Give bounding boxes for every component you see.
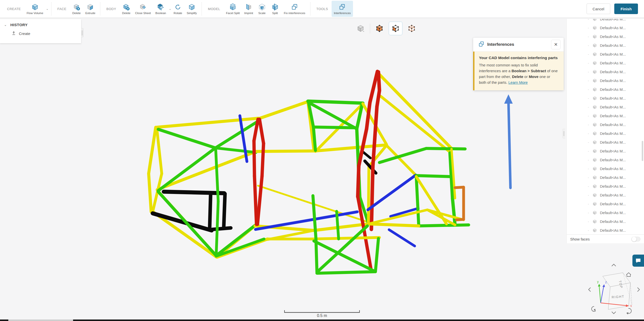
chat-bubble-icon [635,258,641,264]
learn-more-link[interactable]: Learn More [508,80,528,85]
close-sheet-button[interactable]: Close Sheet [133,1,153,17]
tree-row[interactable]: -Default<As M... [567,19,644,23]
tree-row[interactable]: -Default<As M... [567,226,644,234]
tree-row[interactable]: -Default<As M... [567,67,644,76]
flow-volume-dropdown-chevron[interactable]: ⌄ [46,7,49,11]
tree-item-label: Default<As M... [600,228,626,232]
scale-bar: 0.5 m [284,310,360,318]
tree-row[interactable]: -Default<As M... [567,59,644,67]
imprint-button[interactable]: Imprint [242,1,255,17]
tree-expander: - [588,52,592,56]
rotate-button[interactable]: Rotate [171,1,184,17]
history-collapse-chevron[interactable]: ⌄ [4,23,7,27]
history-item-create[interactable]: Create [12,31,77,36]
tree-row[interactable]: -Default<As M... [567,76,644,85]
tree-row[interactable]: -Default<As M... [567,147,644,155]
tree-row[interactable]: -Default<As M... [567,85,644,94]
tree-item-label: Default<As M... [600,70,626,74]
scene-tree-list: -Default<As M...-Default<As M...-Default… [567,19,644,234]
close-icon[interactable]: ✕ [551,40,561,49]
tree-expander: - [588,228,592,232]
tree-item-label: Default<As M... [600,158,626,162]
boolean-dropdown-chevron[interactable]: ⌄ [169,7,171,11]
fix-interferences-button[interactable]: Fix interferences [282,1,308,17]
finish-button[interactable]: Finish [614,4,638,14]
tree-row[interactable]: -Default<As M... [567,23,644,32]
tree-expander: - [588,193,592,197]
facet-split-button[interactable]: Facet Split [224,1,242,17]
tree-row[interactable]: -Default<As M... [567,208,644,217]
history-panel-grip[interactable] [81,28,83,37]
tree-item-label: Default<As M... [600,149,626,153]
tree-item-label: Default<As M... [600,140,626,144]
simplify-button[interactable]: Simplify [184,1,199,17]
tree-row[interactable]: -Default<As M... [567,41,644,50]
axis-z-label: z [605,280,607,284]
tree-expander: - [588,79,592,83]
tree-expander: - [588,61,592,65]
tree-row[interactable]: -Default<As M... [567,191,644,199]
split-button[interactable]: Split [269,1,282,17]
tree-row[interactable]: -Default<As M... [567,182,644,191]
axis-x-label: x [630,304,632,308]
toggle-knob [632,237,636,242]
interferences-tool-button[interactable]: Interferences [332,1,353,17]
tree-row[interactable]: -Default<As M... [567,50,644,59]
sidebar-scrollbar[interactable] [642,141,643,161]
flow-volume-button[interactable]: Flow Volume [24,1,46,17]
shaded-faces-vertices-view-button[interactable] [389,22,402,35]
tree-row[interactable]: -Default<As M... [567,111,644,120]
scale-bar-label: 0.5 m [284,313,360,318]
tree-row[interactable]: -Default<As M... [567,120,644,129]
tree-row[interactable]: -Default<As M... [567,94,644,103]
boolean-button[interactable]: Boolean [153,1,168,17]
toolbar-divider [202,2,202,16]
tree-row[interactable]: -Default<As M... [567,173,644,182]
section-label-model: MODEL [208,7,220,11]
sidebar-resize-grip[interactable] [563,129,565,138]
face-delete-icon [72,3,81,11]
tree-row[interactable]: -Default<As M... [567,155,644,164]
tree-row[interactable]: -Default<As M... [567,217,644,226]
navigation-gizmo[interactable]: TOP RIGHT y z x [585,261,643,317]
tree-item-label: Default<As M... [600,43,626,48]
tree-row[interactable]: -Default<As M... [567,103,644,111]
tree-item-label: Default<As M... [600,105,626,109]
wireframe-view-button[interactable] [405,22,418,35]
tree-item-label: Default<As M... [600,219,626,224]
extrude-icon [86,3,94,11]
tree-item-label: Default<As M... [600,26,626,30]
chat-button[interactable] [632,255,644,267]
tree-expander: - [588,167,592,171]
show-faces-toggle[interactable] [631,237,640,242]
tree-item-label: Default<As M... [600,211,626,215]
scale-button[interactable]: Scale [255,1,269,17]
upload-icon [12,31,16,36]
tree-expander: - [588,44,592,48]
body-delete-button[interactable]: Delete [120,1,133,17]
tree-item-label: Default<As M... [600,52,626,56]
history-title: HISTORY [10,23,28,27]
tree-row[interactable]: -Default<As M... [567,199,644,208]
taskbar-edge-segment [8,319,73,321]
tree-item-label: Default<As M... [600,19,626,21]
viewbar-divider [370,23,370,33]
tree-row[interactable]: -Default<As M... [567,138,644,147]
taskbar-edge [0,319,644,321]
face-delete-button[interactable]: Delete [70,1,83,17]
shaded-view-button[interactable] [354,22,367,35]
interferences-panel-icon [478,41,485,48]
tree-row[interactable]: -Default<As M... [567,32,644,41]
tree-expander: - [588,149,592,153]
tree-expander: - [588,114,592,118]
tree-item-label: Default<As M... [600,193,626,197]
shaded-vertices-view-button[interactable] [373,22,386,35]
face-extrude-button[interactable]: Extrude [83,1,98,17]
tree-expander: - [588,105,592,109]
cancel-button[interactable]: Cancel [587,4,610,14]
tree-row[interactable]: -Default<As M... [567,129,644,138]
tree-item-label: Default<As M... [600,167,626,171]
rotate-icon [174,3,182,11]
tree-row[interactable]: -Default<As M... [567,164,644,173]
fix-interferences-icon [290,3,299,11]
